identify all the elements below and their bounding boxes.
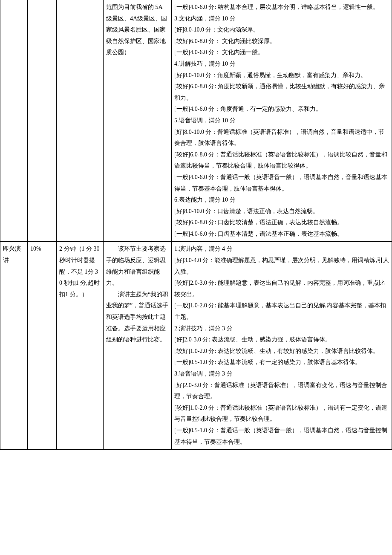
criteria-line: [好]8.0-10.0 分：文化内涵深厚。	[174, 24, 389, 36]
document-page: 范围为目前我省的 5A 级景区、4A级景区、国家级风景名胜区、国家级自然保护区、…	[0, 0, 392, 450]
criteria-line: [一般]4.0-6.0 分： 文化内涵一般。	[174, 47, 389, 58]
criteria-line: 1.演讲内容，满分 4 分	[174, 243, 389, 255]
criteria-line: 4.讲解技巧，满分 10 分	[174, 58, 389, 70]
cell-description: 该环节主要考察选手的临场反应、逻辑思维能力和语言组织能力。 演讲主题为“我的职业…	[104, 242, 172, 450]
table-row: 即兴演讲 10% 2 分钟（1 分 30 秒时计时器提醒，不足 1分 30 秒扣…	[0, 242, 392, 450]
criteria-line: [较好]6.0-8.0 分: 角度比较新颖，通俗易懂，比较生动幽默，有较好的感染…	[174, 81, 389, 104]
criteria-line: 6.表达能力，满分 10 分	[174, 194, 389, 206]
cell-time: 2 分钟（1 分 30 秒时计时器提醒，不足 1分 30 秒扣1 分,超时扣1 …	[57, 242, 104, 450]
criteria-line: [好]8.0-10.0 分：口齿清楚，语法正确，表达自然流畅。	[174, 206, 389, 217]
criteria-line: [一般]1.0-2.0 分: 能基本理解题意，基本表达出自己的见解,内容基本完整…	[174, 300, 389, 323]
criteria-line: [好]2.0-3.0 分: 表达流畅、生动，感染力强，肢体语言得体。	[174, 334, 389, 346]
cell-weight: 10%	[28, 242, 57, 450]
cell-criteria: 1.演讲内容，满分 4 分 [好]3.0-4.0 分：能准确理解题意，构思严谨，…	[172, 242, 392, 450]
criteria-line: [较好]2.0-3.0 分: 能理解题意，表达出自己的见解，内容完整，用词准确，…	[174, 278, 389, 300]
description-paragraph: 演讲主题为“我的职业我的梦”，普通话选手和英语选手均按此主题准备。选手要运用相应…	[106, 289, 169, 346]
evaluation-table: 范围为目前我省的 5A 级景区、4A级景区、国家级风景名胜区、国家级自然保护区、…	[0, 0, 392, 450]
cell-criteria: [一般]4.0-6.0 分: 结构基本合理，层次基本分明，详略基本得当，逻辑性一…	[172, 0, 392, 242]
criteria-line: 5.语音语调，满分 10 分	[174, 115, 389, 127]
criteria-line: [一般]4.0-6.0 分: 口齿基本清楚，语法基本正确，表达基本流畅。	[174, 228, 389, 240]
criteria-line: [较好]6.0-8.0 分： 文化内涵比较深厚。	[174, 36, 389, 47]
criteria-line: [较好]1.0-2.0 分：普通话比较标准（英语语音比较标准），语调有一定变化，…	[174, 402, 389, 425]
criteria-line: [一般]4.0-6.0 分：普通话一般（英语语音一般），语调基本自然，音量和语速…	[174, 172, 389, 194]
criteria-line: [较好]1.0-2.0 分: 表达比较流畅、生动，有较好的感染力，肢体语言比较得…	[174, 346, 389, 357]
criteria-line: [较好]6.0-8.0 分：普通话比较标准（英语语音比较标准），语调比较自然，音…	[174, 149, 389, 172]
criteria-line: [好]2.0-3.0 分：普通话标准（英语语音标准），语调富有变化，语速与音量控…	[174, 380, 389, 402]
criteria-line: [好]3.0-4.0 分：能准确理解题意，构思严谨，层次分明，见解独特，用词精炼…	[174, 255, 389, 278]
description-paragraph: 该环节主要考察选手的临场反应、逻辑思维能力和语言组织能力。	[106, 243, 169, 289]
cell-time	[57, 0, 104, 242]
criteria-line: [一般]0.5-1.0 分: 表达基本流畅，有一定的感染力，肢体语言基本得体。	[174, 357, 389, 368]
cell-description: 范围为目前我省的 5A 级景区、4A级景区、国家级风景名胜区、国家级自然保护区、…	[104, 0, 172, 242]
criteria-line: [好]8.0-10.0 分：普通话标准（英语语音标准），语调自然，音量和语速适中…	[174, 127, 389, 149]
criteria-line: 3.语音语调，满分 3 分	[174, 368, 389, 380]
criteria-line: 3.文化内涵，满分 10 分	[174, 13, 389, 25]
cell-category	[0, 0, 28, 242]
criteria-line: [较好]6.0-8.0 分: 口齿比较清楚，语法正确，表达比较自然流畅。	[174, 217, 389, 228]
criteria-line: [一般]4.0-6.0 分: 结构基本合理，层次基本分明，详略基本得当，逻辑性一…	[174, 2, 389, 13]
criteria-line: 2.演讲技巧，满分 3 分	[174, 323, 389, 335]
table-row: 范围为目前我省的 5A 级景区、4A级景区、国家级风景名胜区、国家级自然保护区、…	[0, 0, 392, 242]
criteria-line: [一般]4.0-6.0 分：角度普通，有一定的感染力、亲和力。	[174, 104, 389, 115]
cell-weight	[28, 0, 57, 242]
criteria-line: [一般]0.5-1.0 分：普通话一般（英语语音一般），语调基本自然，语速与音量…	[174, 425, 389, 448]
cell-category: 即兴演讲	[0, 242, 28, 450]
criteria-line: [好]8.0-10.0 分：角度新颖，通俗易懂，生动幽默，富有感染力、亲和力。	[174, 70, 389, 81]
